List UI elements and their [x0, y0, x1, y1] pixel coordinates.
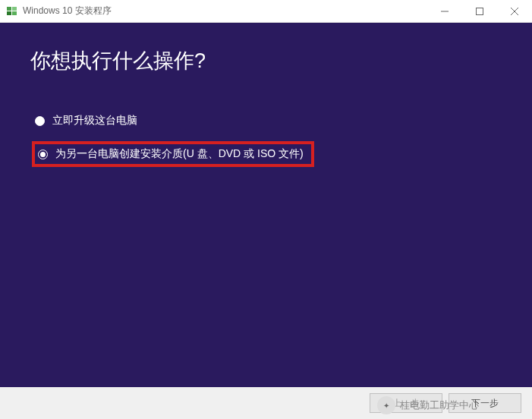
svg-rect-3	[12, 11, 17, 15]
maximize-button[interactable]	[462, 0, 497, 22]
minimize-button[interactable]	[427, 0, 462, 22]
options-group: 立即升级这台电脑 为另一台电脑创建安装介质(U 盘、DVD 或 ISO 文件)	[35, 111, 502, 178]
window-title: Windows 10 安装程序	[23, 5, 427, 17]
close-button[interactable]	[497, 0, 532, 22]
radio-icon	[35, 116, 45, 126]
radio-icon	[38, 150, 48, 159]
svg-rect-5	[477, 8, 483, 14]
footer: 上一步 下一步	[0, 387, 532, 419]
svg-rect-2	[7, 11, 11, 15]
page-heading: 你想执行什么操作?	[30, 47, 502, 74]
option-label: 立即升级这台电脑	[52, 114, 137, 128]
back-button[interactable]: 上一步	[370, 393, 442, 413]
app-icon	[6, 5, 18, 17]
radio-dot-icon	[40, 152, 46, 157]
option-create-media[interactable]: 为另一台电脑创建安装介质(U 盘、DVD 或 ISO 文件)	[32, 141, 314, 167]
next-button[interactable]: 下一步	[449, 393, 521, 413]
option-label: 为另一台电脑创建安装介质(U 盘、DVD 或 ISO 文件)	[55, 147, 304, 161]
svg-rect-1	[12, 7, 17, 11]
svg-rect-0	[7, 7, 11, 11]
titlebar: Windows 10 安装程序	[0, 0, 532, 23]
window-controls	[427, 0, 532, 22]
content-area: 你想执行什么操作? 立即升级这台电脑 为另一台电脑创建安装介质(U 盘、DVD …	[0, 23, 532, 387]
option-upgrade[interactable]: 立即升级这台电脑	[35, 111, 502, 131]
